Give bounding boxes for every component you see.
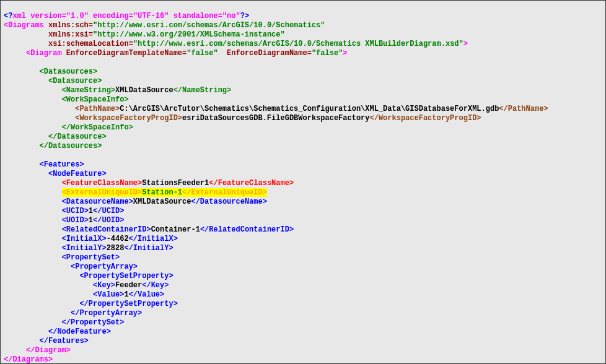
diagram-attr1: EnforceDiagramTemplateName= <box>62 49 187 58</box>
externaluniqueid-open: <ExternalUniqueID> <box>62 188 143 197</box>
pathname-open: <PathName> <box>75 105 120 113</box>
xml-decl-name: xml <box>12 12 26 20</box>
featureclassname-close: </FeatureClassName> <box>209 179 294 188</box>
features-open: <Features> <box>4 160 84 169</box>
datasources-close: </Datasources> <box>4 142 102 150</box>
initialy-open: <InitialY> <box>62 244 107 253</box>
value-close: </Value> <box>129 290 165 299</box>
nodefeature-close: </NodeFeature> <box>4 327 111 336</box>
wfprogid-close: </WorkspaceFactoryProgID> <box>370 114 481 123</box>
xml-decl-prefix: <? <box>4 12 12 20</box>
initialx-value: -4462 <box>107 235 129 243</box>
key-open: <Key> <box>93 281 115 290</box>
diagrams-attr1: xmlns:sch= <box>44 21 93 30</box>
diagrams-close-bracket: > <box>463 40 468 48</box>
namestring-value: XMLDataSource <box>115 86 173 95</box>
datasource-close: </Datasource> <box>4 132 107 141</box>
xml-decl-attrs: version="1.0" encoding="UTF-16" standalo… <box>30 12 240 20</box>
initialx-close: </InitialX> <box>129 235 178 243</box>
pathname-value: C:\ArcGIS\ArcTutor\Schematics\Schematics… <box>120 105 499 113</box>
ucid-close: </UCID> <box>93 207 124 215</box>
externaluniqueid-close: </ExternalUniqueID> <box>182 188 267 197</box>
pathname-close: </PathName> <box>499 105 548 113</box>
propertyarray-open: <PropertyArray> <box>4 262 138 271</box>
relatedcontainerid-value: Container-1 <box>151 225 200 234</box>
propertysetproperty-close: </PropertySetProperty> <box>4 300 178 308</box>
diagrams-attr3: xsi:schemaLocation= <box>4 40 133 48</box>
xml-code-block: <?xml version="1.0" encoding="UTF-16" st… <box>1 1 605 364</box>
diagrams-close-tag: </Diagrams> <box>4 355 53 364</box>
wfprogid-value: esriDataSourcesGDB.FileGDBWorkspaceFacto… <box>182 114 369 123</box>
diagram-close-bracket: > <box>343 49 347 58</box>
workspaceinfo-close: </WorkSpaceInfo> <box>4 123 133 132</box>
ucid-open: <UCID> <box>62 207 89 215</box>
datasourcename-close: </DatasourceName> <box>191 197 266 206</box>
featureclassname-open: <FeatureClassName> <box>62 179 143 188</box>
namestring-close: </NameString> <box>173 86 232 95</box>
uoid-close: </UOID> <box>93 216 124 225</box>
relatedcontainerid-open: <RelatedContainerID> <box>62 225 151 234</box>
uoid-value: 1 <box>89 216 93 225</box>
diagrams-attr2: xmlns:xsi= <box>4 30 93 39</box>
diagram-val1: "false" <box>187 49 217 58</box>
key-close: </Key> <box>142 281 169 290</box>
ucid-value: 1 <box>89 207 93 215</box>
diagram-open: <Diagram <box>26 49 62 58</box>
features-close: </Features> <box>4 337 89 345</box>
diagram-close-tag: </Diagram> <box>4 346 71 355</box>
key-value: Feeder <box>115 281 142 290</box>
namestring-open: <NameString> <box>4 86 115 95</box>
nodefeature-open: <NodeFeature> <box>4 170 107 178</box>
initialx-open: <InitialX> <box>62 235 107 243</box>
relatedcontainerid-close: </RelatedContainerID> <box>200 225 294 234</box>
diagrams-schema: "http://www.esri.com/schemas/ArcGIS/10.0… <box>133 40 463 48</box>
initialy-close: </InitialY> <box>124 244 173 253</box>
diagram-attr2: EnforceDiagramName= <box>218 49 312 58</box>
wfprogid-open: <WorkspaceFactoryProgID> <box>75 114 182 123</box>
value-open: <Value> <box>93 290 124 299</box>
datasources-open: <Datasources> <box>4 67 97 76</box>
workspaceinfo-open: <WorkSpaceInfo> <box>4 95 129 104</box>
propertyset-close: </PropertySet> <box>4 318 124 327</box>
featureclassname-value: StationsFeeder1 <box>142 179 209 188</box>
diagrams-ns2: "http://www.w3.org/2001/XMLSchema-instan… <box>93 30 285 39</box>
diagrams-open: <Diagrams <box>4 21 44 30</box>
xml-decl-suffix: ?> <box>240 12 249 20</box>
propertysetproperty-open: <PropertySetProperty> <box>4 272 173 280</box>
diagram-val2: "false" <box>312 49 343 58</box>
propertyarray-close: </PropertyArray> <box>4 309 142 318</box>
diagrams-ns1: "http://www.esri.com/schemas/ArcGIS/10.0… <box>93 21 325 30</box>
datasourcename-open: <DatasourceName> <box>62 197 133 206</box>
datasourcename-value: XMLDataSource <box>133 197 191 206</box>
externaluniqueid-value: Station-1 <box>142 188 182 197</box>
propertyset-open: <PropertySet> <box>4 253 120 262</box>
value-value: 1 <box>124 290 128 299</box>
datasource-open: <Datasource> <box>4 77 102 85</box>
initialy-value: 2828 <box>107 244 125 253</box>
uoid-open: <UOID> <box>62 216 89 225</box>
